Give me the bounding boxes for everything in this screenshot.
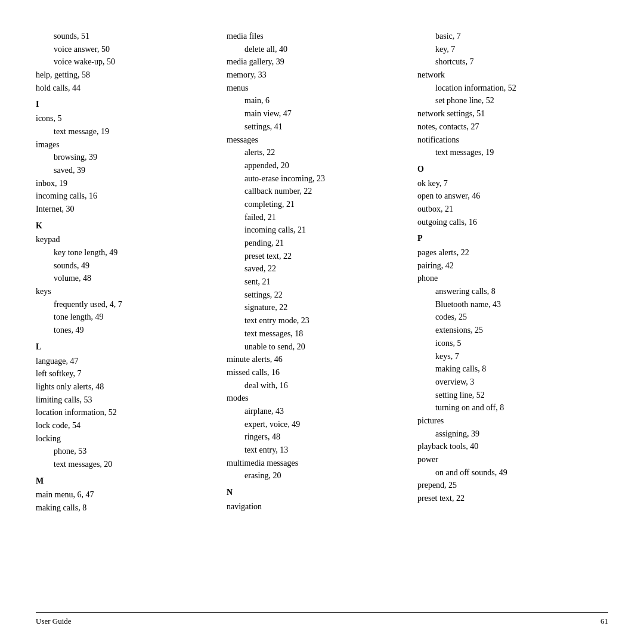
index-entry: overview, 3 <box>417 376 596 389</box>
index-entry: appended, 20 <box>227 159 405 172</box>
index-entry: pictures <box>417 414 596 428</box>
index-entry: P <box>417 232 596 245</box>
index-entry: lights only alerts, 48 <box>36 380 215 394</box>
index-entry: making calls, 8 <box>417 363 596 376</box>
index-entry: saved, 39 <box>36 164 215 177</box>
index-entry: minute alerts, 46 <box>227 353 405 366</box>
index-entry: prepend, 25 <box>417 479 596 492</box>
index-entry: alerts, 22 <box>227 146 405 159</box>
index-entry: icons, 5 <box>417 337 596 350</box>
index-entry: limiting calls, 53 <box>36 394 215 407</box>
index-entry: text messages, 19 <box>417 146 596 159</box>
index-entry: notes, contacts, 27 <box>417 120 596 134</box>
index-entry: K <box>36 219 215 233</box>
index-entry: missed calls, 16 <box>227 366 405 379</box>
index-entry: on and off sounds, 49 <box>417 466 596 479</box>
index-column-col3: basic, 7key, 7shortcuts, 7networklocatio… <box>417 30 608 515</box>
index-entry: power <box>417 453 596 466</box>
index-entry: hold calls, 44 <box>36 82 215 95</box>
index-column-col1: sounds, 51voice answer, 50voice wake-up,… <box>36 30 227 515</box>
index-entry: location information, 52 <box>417 82 596 95</box>
footer: User Guide 61 <box>36 612 608 626</box>
index-entry: pages alerts, 22 <box>417 246 596 259</box>
index-entry: playback tools, 40 <box>417 440 596 453</box>
index-entry: text entry, 13 <box>227 444 405 457</box>
index-entry: key tone length, 49 <box>36 246 215 259</box>
index-entry: volume, 48 <box>36 272 215 285</box>
index-entry: completing, 21 <box>227 198 405 211</box>
footer-left: User Guide <box>36 617 72 626</box>
index-entry: ok key, 7 <box>417 177 596 190</box>
index-entry: messages <box>227 134 405 147</box>
index-entry: keys, 7 <box>417 350 596 363</box>
index-column-col2: media filesdelete all, 40media gallery, … <box>227 30 417 515</box>
index-entry: deal with, 16 <box>227 379 405 392</box>
index-entry: pending, 21 <box>227 237 405 250</box>
index-entry: answering calls, 8 <box>417 285 596 298</box>
index-entry: codes, 25 <box>417 311 596 324</box>
index-entry: Internet, 30 <box>36 203 215 216</box>
index-entry: failed, 21 <box>227 211 405 224</box>
index-entry: Bluetooth name, 43 <box>417 298 596 311</box>
index-entry: unable to send, 20 <box>227 340 405 354</box>
index-entry: set phone line, 52 <box>417 94 596 107</box>
index-entry: outbox, 21 <box>417 203 596 216</box>
index-entry: menus <box>227 82 405 95</box>
index-entry: shortcuts, 7 <box>417 55 596 69</box>
index-entry: phone, 53 <box>36 445 215 458</box>
index-entry: media files <box>227 30 405 43</box>
index-entry: voice wake-up, 50 <box>36 55 215 69</box>
index-entry: signature, 22 <box>227 301 405 314</box>
index-entry: making calls, 8 <box>36 501 215 515</box>
index-entry: ringers, 48 <box>227 431 405 444</box>
index-entry: help, getting, 58 <box>36 69 215 82</box>
index-entry: delete all, 40 <box>227 43 405 56</box>
index-entry: O <box>417 163 596 176</box>
index-entry: incoming calls, 16 <box>36 190 215 203</box>
index-entry: preset text, 22 <box>417 492 596 505</box>
index-entry: frequently used, 4, 7 <box>36 298 215 311</box>
index-entry: keys <box>36 285 215 298</box>
index-entry: left softkey, 7 <box>36 367 215 380</box>
index-entry: images <box>36 138 215 151</box>
footer-right: 61 <box>600 617 608 626</box>
index-entry: pairing, 42 <box>417 259 596 273</box>
index-entry: outgoing calls, 16 <box>417 216 596 229</box>
index-entry: location information, 52 <box>36 406 215 419</box>
index-entry: main, 6 <box>227 94 405 107</box>
index-entry: navigation <box>227 500 405 513</box>
index-entry: icons, 5 <box>36 112 215 125</box>
index-entry: text entry mode, 23 <box>227 314 405 327</box>
index-entry: settings, 22 <box>227 289 405 302</box>
index-entry: keypad <box>36 233 215 246</box>
index-entry: incoming calls, 21 <box>227 224 405 237</box>
index-entry: sent, 21 <box>227 275 405 289</box>
index-entry: sounds, 51 <box>36 30 215 43</box>
index-entry: N <box>227 486 405 499</box>
index-entry: I <box>36 98 215 111</box>
index-entry: L <box>36 340 215 354</box>
index-entry: inbox, 19 <box>36 177 215 190</box>
index-entry: browsing, 39 <box>36 151 215 164</box>
index-entry: assigning, 39 <box>417 428 596 441</box>
index-entry: sounds, 49 <box>36 259 215 273</box>
index-entry: tone length, 49 <box>36 311 215 324</box>
index-entry: open to answer, 46 <box>417 190 596 203</box>
index-entry: turning on and off, 8 <box>417 401 596 414</box>
index-entry: M <box>36 475 215 488</box>
index-entry: tones, 49 <box>36 324 215 337</box>
index-entry: extensions, 25 <box>417 324 596 337</box>
index-entry: lock code, 54 <box>36 419 215 432</box>
index-entry: network settings, 51 <box>417 107 596 120</box>
index-entry: voice answer, 50 <box>36 43 215 56</box>
index-entry: text message, 19 <box>36 125 215 138</box>
index-entry: media gallery, 39 <box>227 55 405 69</box>
index-entry: airplane, 43 <box>227 405 405 418</box>
index-entry: saved, 22 <box>227 262 405 275</box>
index-entry: text messages, 20 <box>36 458 215 471</box>
index-entry: expert, voice, 49 <box>227 418 405 431</box>
index-entry: setting line, 52 <box>417 389 596 402</box>
index-entry: text messages, 18 <box>227 327 405 340</box>
index-entry: main menu, 6, 47 <box>36 488 215 501</box>
index-entry: auto-erase incoming, 23 <box>227 172 405 185</box>
